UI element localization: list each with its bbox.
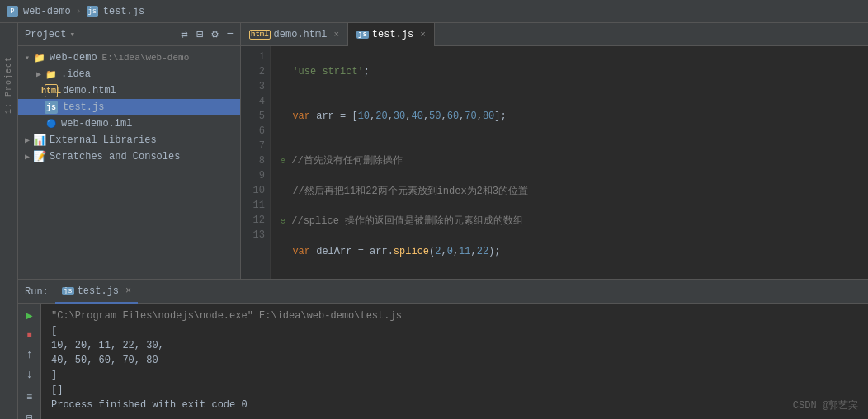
tree-item-external[interactable]: ▶ 📊 External Libraries [18,132,240,148]
tab-close-demo[interactable]: × [333,30,339,40]
code-line-5: ⊖ //首先没有任何删除操作 [281,153,858,169]
file-tree: ▾ 📁 web-demo E:\idea\web-demo ▶ 📁 .idea [18,46,240,279]
output-line-5: ] [51,368,858,383]
content-area: Project ▾ ⇄ ⊟ ⚙ − ▾ 📁 web-dem [18,23,868,419]
tab-label-demo: demo.html [274,29,328,40]
editor-area: html demo.html × js test.js × 1 2 [241,23,868,279]
sidebar: Project ▾ ⇄ ⊟ ⚙ − ▾ 📁 web-dem [18,23,241,279]
output-line-4: 40, 50, 60, 70, 80 [51,353,858,368]
output-line-6: [] [51,383,858,398]
run-tab-label: test.js [78,285,119,297]
chart-icon-ext: 📊 [33,134,46,147]
tree-arrow-scratches: ▶ [21,152,33,162]
run-output: "C:\Program Files\nodejs\node.exe" E:\id… [41,304,868,419]
run-tab-test[interactable]: js test.js × [55,280,138,304]
settings-icon[interactable]: ⚙ [211,27,218,41]
tree-arrow-root: ▾ [21,53,33,63]
run-bottom: ▶ ■ ↑ ↓ ≡ ⊟ [18,304,868,419]
run-label: Run: [25,286,49,298]
output-line-1: "C:\Program Files\nodejs\node.exe" E:\id… [51,308,858,323]
title-bar: P web-demo › js test.js [0,0,868,23]
tab-label-test: test.js [372,29,413,40]
tree-item-iml[interactable]: ▶ 🔵 web-demo.iml [18,115,240,132]
tab-close-test[interactable]: × [420,30,426,40]
left-gutter: 1: Project [0,23,18,419]
tree-label-test: test.js [63,101,104,113]
tree-label-root: web-demo [50,52,97,64]
tab-icon-test: js [356,31,369,39]
scroll-up-button[interactable]: ↑ [21,346,38,363]
tree-item-demo-html[interactable]: ▶ html demo.html [18,82,240,99]
watermark: CSDN @郭艺宾 [793,398,858,412]
stop-button[interactable]: ■ [21,327,38,343]
line-numbers: 1 2 3 4 5 6 7 8 9 10 11 12 13 [241,46,271,279]
run-tab-icon: js [62,287,74,295]
code-line-7: ⊖ //splice 操作的返回值是被删除的元素组成的数组 [281,214,858,229]
tree-label-external: External Libraries [50,134,157,146]
code-line-8: var delArr = arr.splice(2,0,11,22); [281,244,858,259]
sidebar-toolbar-right: ⇄ ⊟ ⚙ − [181,27,234,41]
file-icon: js [87,6,98,17]
tab-icon-demo: html [249,30,271,40]
layout-icon-2: ⊟ [26,412,32,420]
down-arrow-icon: ↓ [26,368,32,381]
xml-icon-iml: 🔵 [45,117,58,130]
up-arrow-icon: ↑ [26,348,32,361]
tab-test-js[interactable]: js test.js × [348,23,435,46]
tree-label-idea: .idea [61,68,91,80]
tree-label-demo: demo.html [63,85,116,97]
run-tab-close[interactable]: × [125,285,131,297]
sidebar-title-area: Project ▾ [25,29,75,40]
stop-icon: ■ [26,331,31,340]
collapse-icon[interactable]: ⊟ [196,27,203,41]
folder-icon-root: 📁 [33,51,46,64]
project-icon: P [7,6,18,17]
layout-icon-1: ≡ [26,392,32,403]
tree-item-test-js[interactable]: ▶ js test.js [18,99,240,115]
top-section: Project ▾ ⇄ ⊟ ⚙ − ▾ 📁 web-dem [18,23,868,279]
gutter-label: 1: Project [4,56,13,114]
sidebar-toolbar: Project ▾ ⇄ ⊟ ⚙ − [18,23,240,46]
run-panel: Run: js test.js × ▶ ■ ↑ [18,279,868,419]
play-icon: ▶ [26,308,32,322]
code-editor[interactable]: 1 2 3 4 5 6 7 8 9 10 11 12 13 'u [241,46,868,279]
tree-label-iml: web-demo.iml [61,118,132,129]
tree-item-root[interactable]: ▾ 📁 web-demo E:\idea\web-demo [18,49,240,66]
code-line-3: var arr = [10,20,30,40,50,60,70,80]; [281,109,858,124]
output-line-8: Process finished with exit code 0 [51,398,858,412]
scroll-down-button[interactable]: ↓ [21,366,38,383]
folder-icon-idea: 📁 [45,68,58,81]
layout-btn-2[interactable]: ⊟ [21,409,38,419]
editor-tabs: html demo.html × js test.js × [241,23,868,46]
tree-label-scratches: Scratches and Consoles [50,151,180,162]
sidebar-title: Project [25,29,66,40]
tree-arrow-idea: ▶ [33,69,45,79]
play-button[interactable]: ▶ [21,307,38,323]
tree-item-scratches[interactable]: ▶ 📝 Scratches and Consoles [18,148,240,165]
code-line-1: 'use strict'; [281,64,858,79]
run-toolbar: ▶ ■ ↑ ↓ ≡ ⊟ [18,304,41,419]
title-separator: › [76,6,82,17]
run-tabs: Run: js test.js × [18,280,868,304]
scratches-icon: 📝 [33,150,46,163]
js-icon-test: js [45,101,58,114]
html-icon-demo: html [45,84,58,97]
output-line-3: 10, 20, 11, 22, 30, [51,338,858,353]
tree-item-idea[interactable]: ▶ 📁 .idea [18,66,240,82]
sidebar-dropdown-icon[interactable]: ▾ [69,29,75,40]
title-project: web-demo [23,6,71,17]
sync-icon[interactable]: ⇄ [181,27,187,41]
minimize-icon[interactable]: − [227,27,234,41]
code-content[interactable]: 'use strict'; var arr = [10,20,30,40,50,… [271,46,868,279]
layout-btn-1[interactable]: ≡ [21,389,38,406]
code-line-6: //然后再把11和22两个元素放到index为2和3的位置 [281,184,858,199]
main-layout: 1: Project Project ▾ ⇄ ⊟ ⚙ − [0,23,868,419]
tab-demo-html[interactable]: html demo.html × [241,23,348,46]
title-file: test.js [103,6,144,17]
output-line-2: [ [51,323,858,338]
tree-path-root: E:\idea\web-demo [102,53,190,63]
tree-arrow-ext: ▶ [21,135,33,145]
